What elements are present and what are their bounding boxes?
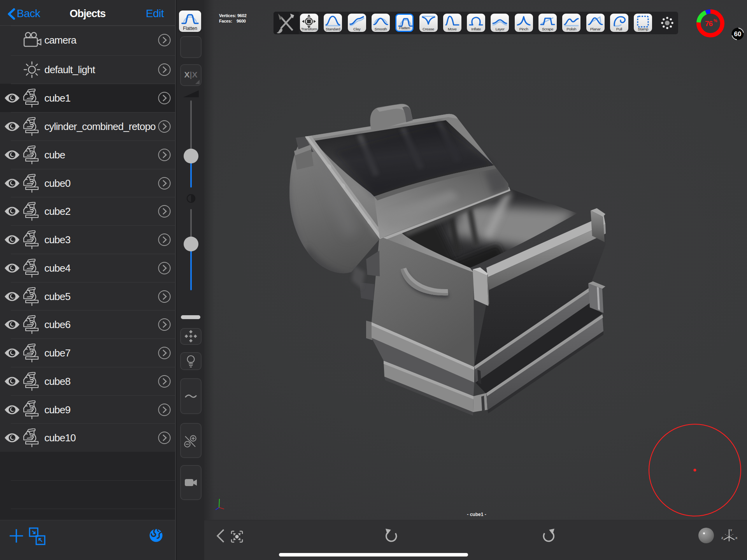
svg-text:Y: Y (730, 528, 733, 532)
svg-text:%: % (714, 18, 717, 23)
svg-text:X: X (735, 536, 738, 540)
svg-text:60: 60 (734, 30, 742, 38)
svg-text:Z: Z (721, 536, 723, 540)
svg-text:76: 76 (705, 19, 713, 28)
